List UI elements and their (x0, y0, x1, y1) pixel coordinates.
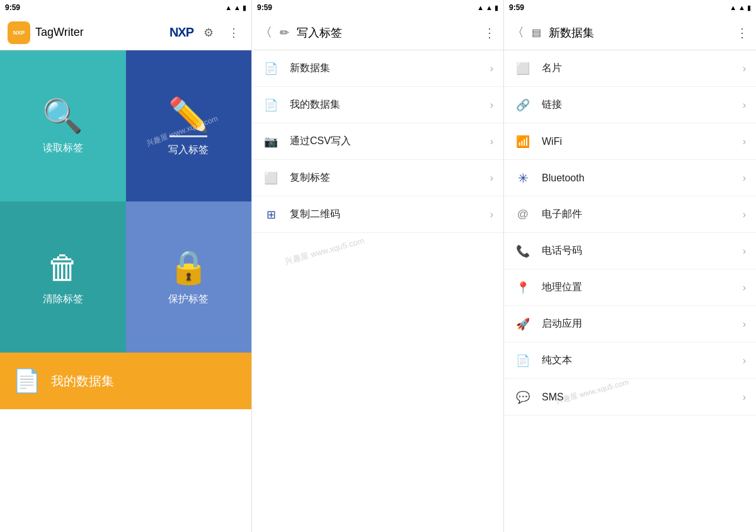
wifi-text: WiFi (542, 136, 733, 147)
new-dataset-icon: 📄 (262, 62, 280, 76)
more-menu-icon[interactable]: ⋮ (224, 23, 244, 43)
business-card-icon: ⬜ (514, 62, 532, 76)
new-dataset-text: 新数据集 (290, 62, 480, 75)
write-tag-more[interactable]: ⋮ (483, 25, 496, 40)
status-icons-3: ▲ ▲ ▮ (730, 4, 751, 12)
business-card-item[interactable]: ⬜ 名片 › (504, 50, 756, 87)
bluetooth-arrow: › (743, 173, 746, 184)
new-dataset-header: 〈 ▤ 新数据集 ⋮ (504, 15, 756, 50)
location-item[interactable]: 📍 地理位置 › (504, 269, 756, 306)
write-tag-tile[interactable]: ✏️ 写入标签 兴趣屋 www.xqu5.com (126, 50, 252, 201)
csv-text: 通过CSV写入 (290, 135, 480, 148)
write-tag-title: 写入标签 (297, 25, 478, 40)
plain-text-icon: 📄 (514, 354, 532, 368)
email-text: 电子邮件 (542, 208, 733, 221)
status-icons-1: ▲ ▲ ▮ (225, 4, 246, 12)
panel2-watermark-area: 兴趣屋 www.xqu5.com (252, 246, 503, 283)
copy-qr-item[interactable]: ⊞ 复制二维码 › (252, 196, 503, 233)
battery-icon-2: ▮ (495, 4, 498, 12)
read-tag-label: 读取标签 (43, 142, 83, 155)
copy-tag-item[interactable]: ⬜ 复制标签 › (252, 160, 503, 196)
phone-arrow: › (743, 246, 746, 257)
status-icons-2: ▲ ▲ ▮ (477, 4, 498, 12)
phone-item[interactable]: 📞 电话号码 › (504, 233, 756, 269)
email-item[interactable]: @ 电子邮件 › (504, 196, 756, 233)
csv-import-item[interactable]: 📷 通过CSV写入 › (252, 123, 503, 160)
clear-tag-label: 清除标签 (43, 293, 83, 306)
copy-qr-arrow: › (490, 209, 493, 220)
new-dataset-item[interactable]: 📄 新数据集 › (252, 50, 503, 87)
plain-text-text: 纯文本 (542, 354, 733, 367)
sms-icon: 💬 (514, 390, 532, 404)
signal-icon-2: ▲ (477, 4, 484, 11)
read-tag-tile[interactable]: 🔍 读取标签 (0, 50, 126, 201)
sms-text: SMS (542, 392, 733, 403)
edit-icon-header: ✏ (280, 26, 289, 40)
plain-text-item[interactable]: 📄 纯文本 › (504, 342, 756, 379)
signal-icon-3: ▲ (730, 4, 736, 11)
my-dataset-arrow: › (490, 99, 493, 111)
bluetooth-item[interactable]: ✳ Bluetooth › (504, 160, 756, 196)
phone-icon: 📞 (514, 244, 532, 258)
csv-icon: 📷 (262, 135, 280, 149)
watermark-2: 兴趣屋 www.xqu5.com (284, 235, 365, 267)
tile-grid: 🔍 读取标签 ✏️ 写入标签 兴趣屋 www.xqu5.com 🗑 清除标签 🔒… (0, 50, 251, 353)
new-dataset-list: ⬜ 名片 › 🔗 链接 › 📶 WiFi › ✳ Bluetooth › @ 电… (504, 50, 756, 416)
battery-icon-3: ▮ (747, 4, 751, 12)
back-icon-3[interactable]: 〈 (512, 24, 524, 41)
protect-tag-tile[interactable]: 🔒 保护标签 (126, 201, 252, 353)
link-item[interactable]: 🔗 链接 › (504, 87, 756, 123)
location-text: 地理位置 (542, 281, 733, 294)
location-arrow: › (743, 282, 746, 293)
new-dataset-more[interactable]: ⋮ (736, 25, 748, 40)
business-card-text: 名片 (542, 62, 733, 75)
phone-text: 电话号码 (542, 244, 733, 258)
my-dataset-label: 我的数据集 (51, 373, 114, 390)
clear-tag-icon: 🗑 (47, 249, 79, 286)
copy-tag-arrow: › (490, 173, 493, 184)
wifi-icon: 📶 (514, 135, 532, 149)
write-tag-label: 写入标签 (168, 144, 209, 157)
new-dataset-title: 新数据集 (549, 25, 731, 40)
bluetooth-text: Bluetooth (542, 173, 733, 184)
app-title: TagWriter (35, 26, 164, 39)
copy-qr-text: 复制二维码 (290, 208, 480, 221)
my-dataset-list-text: 我的数据集 (290, 98, 480, 111)
status-bar-2: 9:59 ▲ ▲ ▮ (252, 0, 503, 15)
launch-app-text: 启动应用 (542, 317, 733, 331)
nxp-logo: NXP (169, 25, 193, 40)
bluetooth-icon: ✳ (514, 171, 532, 186)
my-dataset-list-icon: 📄 (262, 98, 280, 112)
email-arrow: › (743, 209, 746, 220)
business-card-arrow: › (743, 63, 746, 74)
wifi-status-icon: ▲ (234, 4, 241, 11)
protect-tag-label: 保护标签 (168, 293, 209, 306)
panel-new-dataset: 9:59 ▲ ▲ ▮ 〈 ▤ 新数据集 ⋮ ⬜ 名片 › 🔗 链接 › 📶 Wi… (504, 0, 756, 532)
settings-icon[interactable]: ⚙ (198, 23, 219, 43)
my-dataset-bar[interactable]: 📄 我的数据集 (0, 353, 251, 409)
link-icon: 🔗 (514, 98, 532, 112)
write-tag-header: 〈 ✏ 写入标签 ⋮ (252, 15, 503, 50)
csv-arrow: › (490, 136, 493, 147)
doc-icon-header: ▤ (532, 26, 541, 38)
time-1: 9:59 (5, 3, 20, 12)
copy-qr-icon: ⊞ (262, 208, 280, 222)
plain-text-arrow: › (743, 355, 746, 366)
my-dataset-item[interactable]: 📄 我的数据集 › (252, 87, 503, 123)
clear-tag-tile[interactable]: 🗑 清除标签 (0, 201, 126, 353)
app-header: NXP TagWriter NXP ⚙ ⋮ (0, 15, 251, 50)
wifi-status-icon-2: ▲ (486, 4, 493, 11)
signal-icon: ▲ (225, 4, 232, 11)
launch-app-item[interactable]: 🚀 启动应用 › (504, 306, 756, 342)
write-tag-list: 📄 新数据集 › 📄 我的数据集 › 📷 通过CSV写入 › ⬜ 复制标签 › … (252, 50, 503, 233)
protect-tag-icon: 🔒 (168, 248, 209, 286)
read-tag-icon: 🔍 (42, 97, 83, 135)
new-dataset-arrow: › (490, 63, 493, 74)
email-icon: @ (514, 208, 532, 221)
wifi-item[interactable]: 📶 WiFi › (504, 123, 756, 160)
sms-item[interactable]: 💬 SMS 兴趣屋 www.xqu5.com › (504, 379, 756, 416)
launch-app-icon: 🚀 (514, 317, 532, 331)
wifi-status-icon-3: ▲ (738, 4, 745, 11)
app-logo: NXP (8, 21, 30, 44)
back-icon[interactable]: 〈 (260, 24, 272, 41)
